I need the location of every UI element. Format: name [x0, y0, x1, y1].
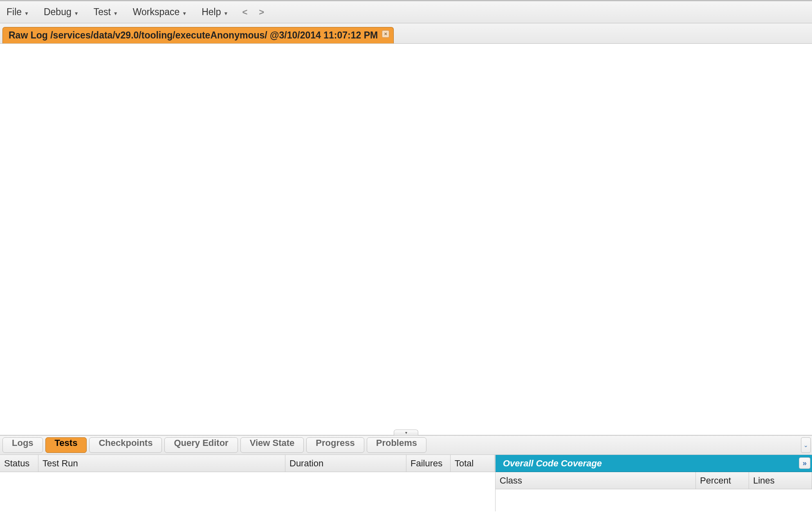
col-test-run[interactable]: Test Run: [38, 455, 285, 472]
panel-collapse-handle[interactable]: ▾: [394, 430, 418, 435]
col-percent-label: Percent: [700, 475, 731, 486]
coverage-title-bar: Overall Code Coverage »: [496, 455, 812, 472]
nav-back-button[interactable]: <: [238, 5, 251, 19]
chevron-down-icon: ▼: [24, 11, 29, 16]
tests-grid-header: Status Test Run Duration Failures Total: [0, 455, 495, 472]
editor-tab-label: Raw Log /services/data/v29.0/tooling/exe…: [9, 30, 378, 41]
tab-progress[interactable]: Progress: [306, 437, 364, 453]
bottom-tabbar: Logs Tests Checkpoints Query Editor View…: [0, 435, 812, 455]
tab-logs[interactable]: Logs: [2, 437, 43, 453]
tab-problems-label: Problems: [376, 438, 417, 448]
menu-test[interactable]: Test ▼: [89, 4, 125, 20]
chevron-down-icon: ▼: [182, 11, 187, 16]
tab-checkpoints-label: Checkpoints: [99, 438, 153, 448]
chevron-down-icon: ▼: [113, 11, 118, 16]
tab-logs-label: Logs: [12, 438, 34, 448]
coverage-title-label: Overall Code Coverage: [503, 458, 602, 469]
tab-view-state[interactable]: View State: [240, 437, 304, 453]
tab-query-editor[interactable]: Query Editor: [164, 437, 238, 453]
col-lines[interactable]: Lines: [749, 472, 812, 489]
menu-debug[interactable]: Debug ▼: [39, 4, 85, 20]
col-class[interactable]: Class: [496, 472, 696, 489]
menu-file[interactable]: File ▼: [2, 4, 36, 20]
bottom-content: Status Test Run Duration Failures Total …: [0, 455, 812, 511]
menu-test-label: Test: [94, 7, 111, 18]
tab-problems[interactable]: Problems: [367, 437, 426, 453]
menu-workspace[interactable]: Workspace ▼: [128, 4, 194, 20]
tab-tests-label: Tests: [55, 438, 78, 448]
menu-help[interactable]: Help ▼: [197, 4, 235, 20]
tab-view-state-label: View State: [250, 438, 295, 448]
col-status[interactable]: Status: [0, 455, 38, 472]
col-test-run-label: Test Run: [43, 458, 78, 469]
editor-tab-rawlog[interactable]: Raw Log /services/data/v29.0/tooling/exe…: [2, 27, 394, 43]
col-class-label: Class: [500, 475, 522, 486]
col-duration[interactable]: Duration: [285, 455, 406, 472]
chevron-down-icon: ▼: [74, 11, 79, 16]
editor-body: ▾: [0, 44, 812, 435]
col-failures[interactable]: Failures: [406, 455, 451, 472]
menu-workspace-label: Workspace: [133, 7, 180, 18]
tab-query-editor-label: Query Editor: [174, 438, 228, 448]
tab-tests[interactable]: Tests: [45, 437, 87, 453]
coverage-body: [496, 489, 812, 511]
tab-checkpoints[interactable]: Checkpoints: [89, 437, 162, 453]
tests-grid: Status Test Run Duration Failures Total: [0, 455, 496, 511]
col-total[interactable]: Total: [451, 455, 495, 472]
menu-bar: File ▼ Debug ▼ Test ▼ Workspace ▼ Help ▼…: [0, 0, 812, 23]
tests-grid-body: [0, 472, 495, 511]
close-icon[interactable]: ×: [382, 30, 389, 38]
menu-debug-label: Debug: [44, 7, 72, 18]
expand-icon[interactable]: »: [799, 457, 810, 469]
coverage-header: Class Percent Lines: [496, 472, 812, 489]
panel-toggle-button[interactable]: ⌄: [801, 437, 811, 453]
col-status-label: Status: [4, 458, 29, 469]
menu-help-label: Help: [202, 7, 221, 18]
col-duration-label: Duration: [289, 458, 323, 469]
menu-file-label: File: [7, 7, 22, 18]
col-failures-label: Failures: [410, 458, 442, 469]
col-lines-label: Lines: [753, 475, 775, 486]
col-percent[interactable]: Percent: [696, 472, 749, 489]
nav-forward-button[interactable]: >: [255, 5, 268, 19]
tab-progress-label: Progress: [316, 438, 354, 448]
coverage-panel: Overall Code Coverage » Class Percent Li…: [496, 455, 812, 511]
chevron-down-icon: ▼: [224, 11, 229, 16]
editor-tabbar: Raw Log /services/data/v29.0/tooling/exe…: [0, 23, 812, 44]
col-total-label: Total: [455, 458, 473, 469]
